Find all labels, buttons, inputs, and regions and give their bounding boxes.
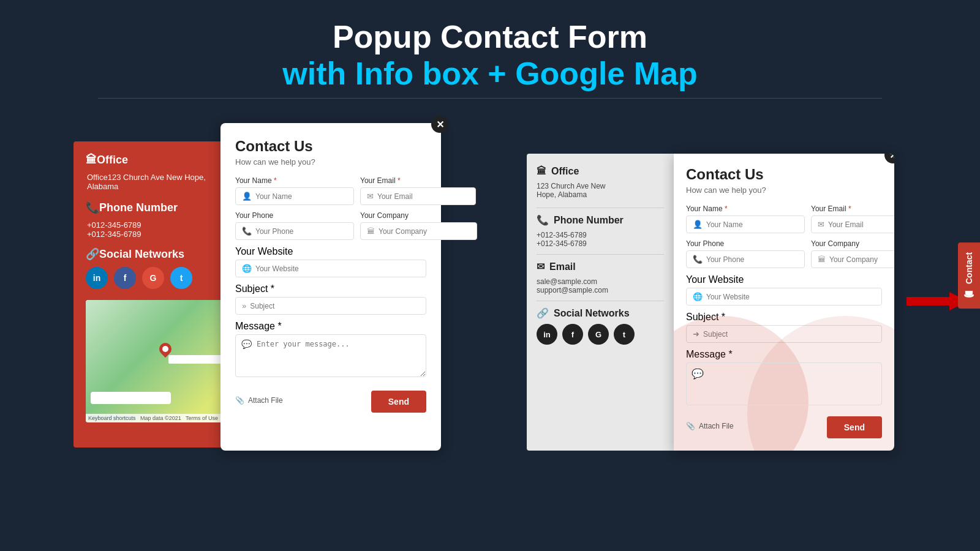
website-input-wrapper-right: 🌐 [686, 288, 882, 305]
subject-input-right[interactable] [703, 330, 875, 339]
website-input-wrapper-left: 🌐 [235, 260, 426, 277]
form-subtitle-right: How can we help you? [686, 186, 882, 195]
linkedin-icon-left[interactable]: in [86, 267, 108, 289]
facebook-icon-left[interactable]: f [114, 267, 136, 289]
name-input-wrapper-right: 👤 [686, 216, 805, 233]
name-email-row-left: Your Name * 👤 Your Email * ✉ [235, 176, 426, 205]
right-popup: 🏛 Office 123 Church Ave New Hope, Alabam… [527, 154, 894, 451]
company-input-left[interactable] [379, 227, 470, 236]
phone-heading-right: 📞 Phone Number [537, 214, 664, 226]
phone-input-wrapper-left: 📞 [235, 222, 354, 240]
map-container: Brooklin Models Ltd + − Brooklin Models … [86, 300, 233, 422]
email-group-right: Your Email * ✉ [811, 204, 894, 233]
company-group-left: Your Company 🏛 [360, 211, 477, 240]
map-business-name: Brooklin Models Ltd [91, 392, 171, 404]
facebook-icon-right[interactable]: f [562, 324, 583, 345]
attach-file-left[interactable]: 📎 Attach File [235, 396, 283, 405]
phone-label-right: Your Phone [686, 239, 805, 248]
email-input-right[interactable] [828, 220, 894, 229]
name-group-right: Your Name * 👤 [686, 204, 805, 233]
name-input-wrapper-left: 👤 [235, 187, 354, 205]
company-icon-left: 🏛 [367, 227, 375, 236]
globe-icon-left: 🌐 [242, 264, 252, 273]
close-button-right[interactable]: ✕ [884, 154, 894, 163]
message-label-left: Message * [235, 321, 282, 331]
contact-tab-label: Contact [964, 252, 974, 284]
header-divider [98, 98, 882, 99]
phone-input-right[interactable] [706, 255, 798, 264]
subject-group-right: Subject * ➜ [686, 312, 882, 343]
office-heading-right: 🏛 Office [537, 166, 664, 177]
name-input-left[interactable] [255, 192, 347, 201]
google-icon-left[interactable]: G [142, 267, 164, 289]
website-input-left[interactable] [255, 264, 420, 273]
google-icon-right[interactable]: G [588, 324, 609, 345]
social-icons-left: in f G t [86, 267, 233, 289]
globe-icon-right: 🌐 [693, 292, 703, 301]
linkedin-icon-right[interactable]: in [537, 324, 557, 345]
arrow-icon-left: » [242, 301, 246, 310]
website-group-left: Your Website 🌐 [235, 246, 426, 277]
contact-tab[interactable]: ☎ Contact [958, 242, 980, 309]
twitter-icon-left[interactable]: t [170, 267, 192, 289]
company-input-wrapper-left: 🏛 [360, 222, 477, 240]
email-icon-right: ✉ [537, 261, 545, 272]
website-input-right[interactable] [706, 293, 875, 301]
chat-icon-right: 💬 [692, 369, 704, 379]
email2-right: support@sample.com [537, 286, 664, 294]
page-header: Popup Contact Form with Info box + Googl… [0, 0, 980, 111]
building-icon-right: 🏛 [537, 166, 546, 177]
name-label-left: Your Name * [235, 176, 354, 185]
form-bottom-right: 📎 Attach File Send [686, 411, 882, 438]
email-field-icon-right: ✉ [818, 220, 824, 229]
email-input-wrapper-right: ✉ [811, 216, 894, 233]
email-section-right: ✉ Email sale@sample.com support@sample.c… [537, 254, 664, 294]
subject-label-left: Subject * [235, 283, 274, 294]
email1-right: sale@sample.com [537, 277, 664, 286]
message-textarea-wrapper-right[interactable]: 💬 [686, 362, 882, 405]
twitter-icon-right[interactable]: t [614, 324, 635, 345]
phone-input-left[interactable] [255, 227, 347, 236]
close-button-left[interactable]: ✕ [431, 116, 448, 133]
phone-input-wrapper-right: 📞 [686, 250, 805, 268]
office-heading-left: 🏛 Office [86, 154, 233, 167]
form-bottom-left: 📎 Attach File Send [235, 386, 426, 413]
phone-field-icon-right: 📞 [693, 255, 703, 264]
phone-field-icon-left: 📞 [242, 227, 252, 236]
message-label-right: Message * [686, 349, 733, 359]
name-group-left: Your Name * 👤 [235, 176, 354, 205]
social-section-right: 🔗 Social Networks in f G t [537, 301, 664, 345]
message-textarea-left[interactable] [235, 334, 426, 377]
name-input-right[interactable] [706, 220, 798, 229]
phone-company-row-right: Your Phone 📞 Your Company 🏛 [686, 239, 882, 268]
building-icon-left: 🏛 [86, 154, 97, 167]
left-info-box: 🏛 Office Office123 Church Ave New Hope, … [74, 141, 245, 448]
contact-tab-icon: ☎ [964, 289, 974, 299]
social-icons-right: in f G t [537, 324, 664, 345]
phone-heading-left: 📞 Phone Number [86, 201, 233, 214]
address-left: Office123 Church Ave New Hope, Alabama [87, 173, 233, 191]
company-label-left: Your Company [360, 211, 477, 220]
attach-file-right[interactable]: 📎 Attach File [686, 422, 734, 430]
company-group-right: Your Company 🏛 [811, 239, 894, 268]
email-input-left[interactable] [377, 192, 469, 201]
phone2-right: +012-345-6789 [537, 239, 664, 248]
arrow-icon-right: ➜ [693, 329, 699, 339]
email-heading-right: ✉ Email [537, 261, 664, 272]
social-heading-right: 🔗 Social Networks [537, 307, 664, 319]
email-label-right: Your Email * [811, 204, 894, 213]
message-textarea-wrapper-left: 💬 [235, 334, 426, 380]
chat-icon-left: 💬 [241, 339, 252, 349]
subject-input-left[interactable] [250, 302, 420, 310]
send-button-left[interactable]: Send [371, 391, 426, 413]
map-business-label: Brooklin Models Ltd [168, 355, 222, 364]
company-input-wrapper-right: 🏛 [811, 250, 894, 268]
phone-company-row-left: Your Phone 📞 Your Company 🏛 [235, 211, 426, 240]
subject-input-wrapper-right: ➜ [686, 325, 882, 343]
message-group-right: Message * 💬 [686, 349, 882, 405]
page-title-line1: Popup Contact Form [0, 18, 980, 55]
message-group-left: Message * 💬 [235, 321, 426, 380]
company-input-right[interactable] [829, 255, 894, 264]
network-icon-left: 🔗 [86, 247, 99, 261]
send-button-right[interactable]: Send [827, 416, 882, 438]
